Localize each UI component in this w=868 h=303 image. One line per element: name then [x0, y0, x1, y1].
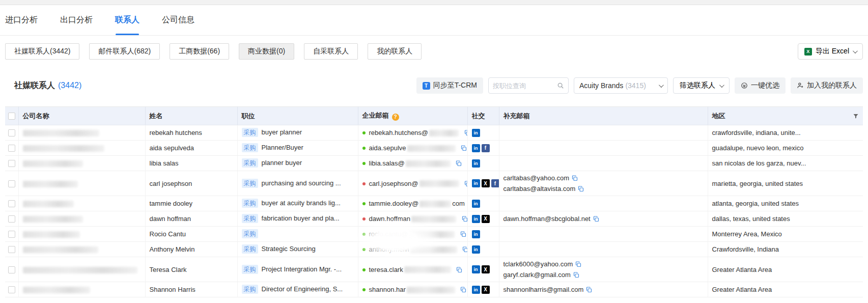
filter-button[interactable]: 我的联系人 [368, 43, 422, 60]
role-tag: 采购 [242, 214, 258, 223]
contact-name: Teresa Clark [150, 266, 187, 273]
email-redaction [419, 180, 459, 187]
filter-button[interactable]: 工商数据(66) [170, 43, 229, 60]
row-checkbox[interactable] [8, 145, 15, 152]
extra-email-text: garyf.clark@gmail.com [503, 269, 571, 280]
filter-button[interactable]: 自采联系人 [304, 43, 358, 60]
x-icon[interactable]: X [482, 179, 490, 187]
x-icon[interactable]: X [482, 215, 490, 223]
sync-tcrm-button[interactable]: T 同步至T-CRM [416, 77, 483, 94]
linkedin-icon[interactable]: in [472, 245, 480, 254]
copy-icon[interactable] [456, 160, 462, 167]
tab[interactable]: 进口分析 [5, 5, 38, 35]
row-checkbox[interactable] [8, 180, 15, 187]
company-redaction [23, 267, 137, 273]
extra-email-line: carltabas@altavista.com [503, 183, 704, 194]
copy-icon[interactable] [460, 231, 466, 237]
linkedin-icon[interactable]: in [472, 200, 480, 208]
row-checkbox[interactable] [8, 231, 15, 238]
row-checkbox[interactable] [8, 286, 15, 293]
company-select[interactable]: Acuity Brands (3415) [574, 77, 668, 94]
company-redaction [23, 231, 80, 238]
contacts-table-wrap: 公司名称 姓名 职位 企业邮箱? 社交 补充邮箱 地区 rebekah hutc… [5, 106, 863, 297]
extra-emails [503, 248, 704, 251]
email-suffix: com [452, 200, 465, 208]
copy-icon[interactable] [464, 130, 467, 136]
select-all-checkbox[interactable] [8, 113, 15, 120]
row-checkbox[interactable] [8, 129, 15, 136]
copy-icon[interactable] [464, 181, 467, 187]
filter-funnel-icon[interactable] [853, 113, 859, 119]
row-checkbox[interactable] [8, 266, 15, 273]
row-checkbox[interactable] [8, 246, 15, 253]
tabs: 进口分析出口分析联系人公司信息 [0, 5, 868, 36]
filter-button[interactable]: 邮件联系人(682) [89, 43, 160, 60]
facebook-icon[interactable]: f [491, 179, 499, 187]
help-icon[interactable]: ? [392, 114, 399, 121]
filter-button[interactable]: 商业数据(0) [239, 43, 294, 60]
copy-icon[interactable] [456, 267, 462, 273]
linkedin-icon[interactable]: in [472, 144, 480, 152]
copy-icon[interactable] [462, 246, 467, 253]
filter-contacts-button[interactable]: 筛选联系人 [673, 77, 730, 94]
email-prefix: rebekah.hutchens@ [369, 129, 429, 137]
social-icons: in [472, 129, 480, 137]
toolbar-actions: T 同步至T-CRM Acuity Brands (3415) 筛选联系人 一键… [416, 77, 863, 94]
extra-emails: dawn.hoffman@sbcglobal.net [503, 212, 704, 226]
x-icon[interactable]: X [482, 286, 490, 294]
email-status-dot [362, 202, 366, 205]
position-text: Planner/Buyer [262, 144, 303, 151]
email-prefix: teresa.clark [369, 266, 403, 273]
linkedin-icon[interactable]: in [472, 286, 480, 294]
row-checkbox[interactable] [8, 160, 15, 167]
search-icon[interactable] [557, 82, 564, 89]
linkedin-icon[interactable]: in [472, 159, 480, 168]
linkedin-icon[interactable]: in [472, 230, 480, 238]
email-prefix: shannon.har [369, 286, 406, 294]
copy-icon[interactable] [461, 145, 467, 151]
extra-email-text: tclark6000@yahoo.com [503, 259, 573, 269]
copy-icon[interactable] [573, 272, 579, 278]
search-input[interactable] [493, 82, 557, 90]
contact-name: libia salas [150, 159, 179, 167]
tab[interactable]: 出口分析 [60, 5, 93, 35]
tab[interactable]: 联系人 [115, 5, 139, 35]
table-row: aida sepulveda 采购Planner/Buyer aida.sepu… [5, 141, 863, 156]
contact-name: Shannon Harris [150, 286, 195, 293]
role-tag: 采购 [242, 199, 258, 208]
add-to-my-contacts-button[interactable]: 加入我的联系人 [791, 77, 863, 94]
copy-icon[interactable] [572, 175, 578, 181]
export-excel-button[interactable]: X 导出 Excel [798, 43, 863, 60]
row-checkbox[interactable] [8, 215, 15, 223]
position-text: Strategic Sourcing [262, 245, 316, 253]
contact-name: carl josephson [150, 180, 192, 187]
filter-contacts-label: 筛选联系人 [680, 81, 715, 90]
copy-icon[interactable] [578, 186, 584, 192]
region-text: Greater Atlanta Area [712, 286, 772, 293]
linkedin-icon[interactable]: in [472, 179, 480, 187]
tab[interactable]: 公司信息 [162, 5, 194, 35]
row-checkbox[interactable] [8, 200, 15, 207]
one-click-optimize-button[interactable]: 一键优选 [735, 77, 786, 94]
extra-emails: carltabas@yahoo.com carltabas@altavista.… [503, 171, 704, 196]
email-prefix: rocio.cantu@ [369, 231, 408, 238]
company-redaction [23, 201, 74, 207]
copy-icon[interactable] [575, 261, 581, 267]
x-icon[interactable]: X [482, 265, 490, 273]
linkedin-icon[interactable]: in [472, 215, 480, 223]
linkedin-icon[interactable]: in [472, 129, 480, 137]
chevron-down-icon [659, 82, 664, 88]
facebook-icon[interactable]: f [482, 144, 490, 152]
copy-icon[interactable] [586, 287, 592, 293]
copy-icon[interactable] [593, 216, 599, 222]
linkedin-icon[interactable]: in [472, 265, 480, 273]
copy-icon[interactable] [462, 216, 467, 222]
region-text: Monterrey Area, Mexico [712, 230, 782, 238]
extra-email-line: dawn.hoffman@sbcglobal.net [503, 213, 704, 224]
email-redaction [419, 201, 451, 207]
filter-button[interactable]: 社媒联系人(3442) [5, 43, 79, 60]
table-body: rebekah hutchens 采购buyer planner rebekah… [5, 125, 863, 297]
copy-icon[interactable] [460, 287, 466, 293]
social-icons: inf [472, 144, 490, 152]
export-excel-label: 导出 Excel [816, 47, 849, 56]
